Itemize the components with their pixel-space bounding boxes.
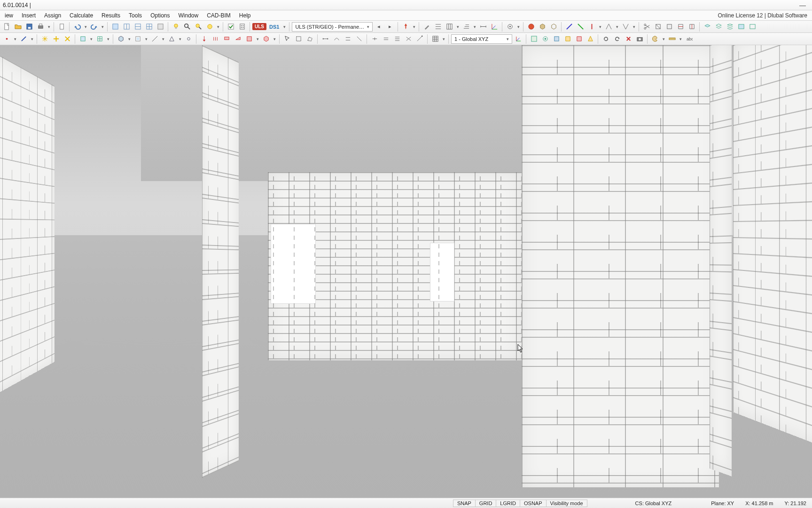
- clip-icon[interactable]: [653, 22, 663, 32]
- check-calc-icon[interactable]: [226, 22, 236, 32]
- grid-tool-icon[interactable]: [444, 22, 454, 32]
- view5-icon[interactable]: [574, 34, 584, 44]
- menu-cad-bim[interactable]: CAD-BIM: [203, 11, 234, 20]
- coordsys-icon[interactable]: [513, 34, 523, 44]
- layer3-icon[interactable]: [725, 22, 735, 32]
- clip2-icon[interactable]: [664, 22, 674, 32]
- status-osnap[interactable]: OSNAP: [520, 500, 547, 507]
- axis-yz-icon[interactable]: [620, 22, 631, 32]
- select-poly-icon[interactable]: [304, 34, 315, 44]
- hinge-icon[interactable]: [183, 34, 194, 44]
- menu-assign[interactable]: Assign: [40, 11, 65, 20]
- scissor-icon[interactable]: [641, 22, 652, 32]
- load5-icon[interactable]: [244, 34, 254, 44]
- view3-icon[interactable]: [551, 34, 562, 44]
- view1-icon[interactable]: [529, 34, 539, 44]
- print-dropdown[interactable]: ▾: [47, 24, 51, 29]
- member-icon[interactable]: [18, 34, 29, 44]
- axis-xy-icon[interactable]: [603, 22, 614, 32]
- support-dropdown[interactable]: ▾: [178, 37, 182, 41]
- next-case-icon[interactable]: ▸: [385, 22, 395, 32]
- window-4-icon[interactable]: [144, 22, 154, 32]
- viewport-3d[interactable]: [0, 45, 812, 498]
- tool-icon[interactable]: [422, 22, 432, 32]
- opening-icon[interactable]: [133, 34, 143, 44]
- refresh2-icon[interactable]: [612, 34, 622, 44]
- edit7-icon[interactable]: [392, 34, 402, 44]
- axis-yz-dropdown[interactable]: ▾: [632, 24, 636, 29]
- load6-icon[interactable]: [261, 34, 271, 44]
- load4-icon[interactable]: [233, 34, 243, 44]
- edit2-icon[interactable]: [331, 34, 342, 44]
- design-situation-combo[interactable]: ULS (STR/GEO) - Permane… ▾: [292, 22, 373, 32]
- load5-dropdown[interactable]: ▾: [255, 37, 260, 41]
- menu-help[interactable]: Help: [235, 11, 255, 20]
- edit6-icon[interactable]: [381, 34, 391, 44]
- axis-z-dropdown[interactable]: ▾: [598, 24, 602, 29]
- mesh-icon[interactable]: [430, 34, 440, 44]
- window-5-icon[interactable]: [155, 22, 165, 32]
- edit8-icon[interactable]: [403, 34, 414, 44]
- status-snap[interactable]: SNAP: [453, 500, 476, 507]
- load6-dropdown[interactable]: ▾: [272, 37, 277, 41]
- grid2-icon[interactable]: [461, 22, 471, 32]
- zoom-extents-icon[interactable]: [193, 22, 203, 32]
- dim-icon[interactable]: [478, 22, 488, 32]
- member-plus-icon[interactable]: [51, 34, 61, 44]
- opening-dropdown[interactable]: ▾: [144, 37, 148, 41]
- design-dropdown[interactable]: ▾: [282, 24, 287, 29]
- menu-tools[interactable]: Tools: [125, 11, 146, 20]
- node-icon[interactable]: [1, 34, 12, 44]
- surface-plus-dropdown[interactable]: ▾: [106, 37, 110, 41]
- member-x-icon[interactable]: [62, 34, 72, 44]
- node-dropdown[interactable]: ▾: [13, 37, 17, 41]
- clipboard-icon[interactable]: [56, 22, 67, 32]
- layer1-icon[interactable]: [702, 22, 712, 32]
- load1-icon[interactable]: [199, 34, 209, 44]
- undo-dropdown[interactable]: ▾: [83, 24, 88, 29]
- minimize-button[interactable]: —: [796, 1, 809, 9]
- edit4-icon[interactable]: [354, 34, 364, 44]
- open-icon[interactable]: [13, 22, 23, 32]
- load2-icon[interactable]: [210, 34, 220, 44]
- select-rect-icon[interactable]: [293, 34, 304, 44]
- zoom-dropdown[interactable]: ▾: [216, 24, 220, 29]
- load3-icon[interactable]: [221, 34, 232, 44]
- menu-view[interactable]: iew: [1, 11, 17, 20]
- edit9-icon[interactable]: [414, 34, 425, 44]
- solid-icon[interactable]: [116, 34, 126, 44]
- line-icon[interactable]: [149, 34, 160, 44]
- section2-icon[interactable]: [687, 22, 697, 32]
- edit1-icon[interactable]: [320, 34, 330, 44]
- prev-case-icon[interactable]: ◂: [374, 22, 384, 32]
- member-star-icon[interactable]: [39, 34, 50, 44]
- window-1-icon[interactable]: [110, 22, 120, 32]
- palette-dropdown[interactable]: ▾: [661, 37, 666, 41]
- line-dropdown[interactable]: ▾: [161, 37, 165, 41]
- target-dropdown[interactable]: ▾: [516, 24, 521, 29]
- view6-icon[interactable]: [585, 34, 595, 44]
- support-icon[interactable]: [166, 34, 177, 44]
- window-3-icon[interactable]: [133, 22, 143, 32]
- edit5-icon[interactable]: [369, 34, 380, 44]
- solid-dropdown[interactable]: ▾: [127, 37, 132, 41]
- axis-z-icon[interactable]: [586, 22, 597, 32]
- coordsys-combo[interactable]: 1 - Global XYZ ▾: [451, 34, 512, 44]
- palette-icon[interactable]: [650, 34, 660, 44]
- select-icon[interactable]: [282, 34, 292, 44]
- zoom-window-icon[interactable]: [204, 22, 215, 32]
- new-file-icon[interactable]: [1, 22, 12, 32]
- measure-icon[interactable]: [667, 34, 677, 44]
- save-icon[interactable]: [24, 22, 34, 32]
- redo-icon[interactable]: [89, 22, 99, 32]
- redo-dropdown[interactable]: ▾: [100, 24, 105, 29]
- window-2-icon[interactable]: [121, 22, 132, 32]
- edit3-icon[interactable]: [343, 34, 353, 44]
- pin-dropdown[interactable]: ▾: [412, 24, 416, 29]
- axis-tool-icon[interactable]: [489, 22, 500, 32]
- align-icon[interactable]: [433, 22, 443, 32]
- menu-results[interactable]: Results: [98, 11, 124, 20]
- target-icon[interactable]: [505, 22, 515, 32]
- section-icon[interactable]: [675, 22, 686, 32]
- status-grid[interactable]: GRID: [475, 500, 497, 507]
